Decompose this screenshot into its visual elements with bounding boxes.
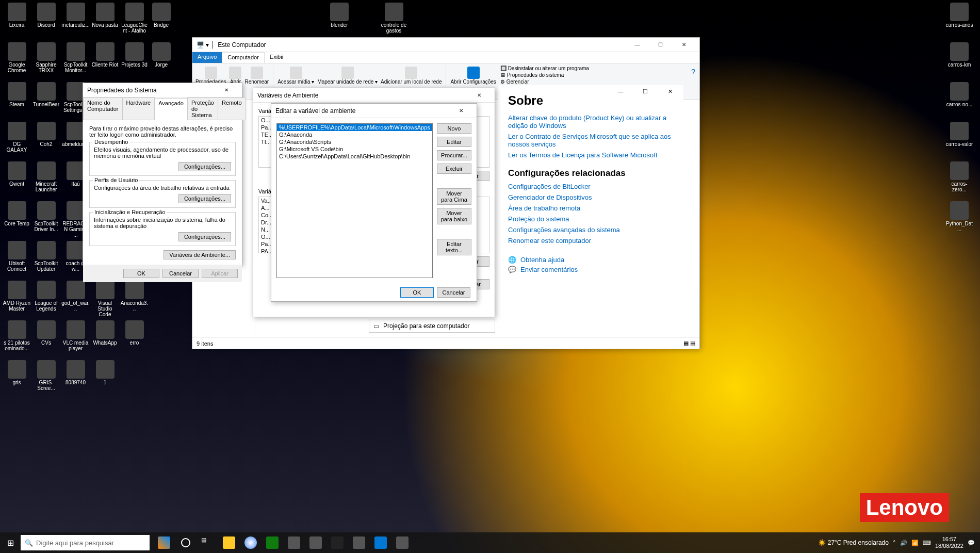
tab-computador[interactable]: Computador <box>222 52 265 63</box>
task-taskview[interactable]: ▤ <box>197 532 218 553</box>
desktop-icon[interactable]: s 21 pilotos ominado... <box>3 320 31 359</box>
desktop-icon[interactable]: TunnelBear <box>32 82 60 121</box>
editenv-close[interactable]: ✕ <box>449 104 472 118</box>
desktop-icon[interactable]: Jorge <box>147 42 175 81</box>
settings-minimize[interactable]: — <box>610 88 631 95</box>
sysprops-tab[interactable]: Avançado <box>154 98 188 120</box>
task-item[interactable] <box>154 532 174 553</box>
profiles-config-button[interactable]: Configurações... <box>178 194 231 203</box>
desktop-icon[interactable]: Projetos 3d <box>120 42 149 81</box>
editenv-mover-baixo[interactable]: Mover para baixo <box>437 208 471 224</box>
desktop-icon[interactable]: Cliente Riot <box>91 42 119 81</box>
desktop-icon[interactable]: Lixeira <box>3 3 31 41</box>
task-xbox[interactable] <box>262 532 283 553</box>
task-app2[interactable] <box>305 532 326 553</box>
editenv-procurar[interactable]: Procurar... <box>437 150 471 160</box>
task-cortana[interactable] <box>175 532 196 553</box>
desktop-icon[interactable]: god_of_war... <box>61 281 90 319</box>
desktop-icon[interactable]: CVs <box>32 320 60 359</box>
settings-link[interactable]: Ler os Termos de Licença para Software M… <box>508 151 673 159</box>
weather-widget[interactable]: ☀️ 27°C Pred ensolarado <box>818 539 889 546</box>
desktop-icon[interactable]: AMD Ryzen Master <box>3 281 31 319</box>
desktop-icon[interactable]: erro <box>120 320 149 359</box>
settings-close[interactable]: ✕ <box>660 88 680 95</box>
settings-link[interactable]: Ler o Contrato de Serviços Microsoft que… <box>508 133 673 148</box>
desktop-icon[interactable]: Google Chrome <box>3 42 31 81</box>
task-explorer[interactable] <box>219 532 239 553</box>
editenv-novo[interactable]: Novo <box>437 123 471 134</box>
desktop-icon[interactable]: Gwent <box>3 161 31 200</box>
path-item[interactable]: C:\Users\Guntzel\AppData\Local\GitHubDes… <box>277 153 432 160</box>
desktop-icon[interactable]: carros-anos <box>944 3 975 41</box>
sysprops-tab[interactable]: Nome do Computador <box>83 97 123 120</box>
desktop-icon[interactable]: ScpToolkit Updater <box>32 241 60 280</box>
sysprops-cancel[interactable]: Cancelar <box>162 269 199 278</box>
desktop-icon[interactable]: Python_Dat... <box>944 201 975 240</box>
desktop-icon[interactable]: GRIS-Scree... <box>32 360 60 399</box>
desktop-icon[interactable]: ScpToolkit Monitor... <box>61 42 90 81</box>
startup-config-button[interactable]: Configurações... <box>178 232 231 241</box>
task-settings[interactable] <box>370 532 391 553</box>
path-item[interactable]: %USERPROFILE%\AppData\Local\Microsoft\Wi… <box>277 124 432 131</box>
tab-arquivo[interactable]: Arquivo <box>192 52 222 63</box>
taskbar-search[interactable]: 🔍 Digite aqui para pesquisar <box>21 535 150 550</box>
task-chrome[interactable] <box>240 532 261 553</box>
desktop-icon[interactable]: controle de gastos <box>380 3 408 34</box>
desktop-icon[interactable]: gris <box>3 360 31 399</box>
taskbar-clock[interactable]: 16:57 18/08/2022 <box>935 536 963 549</box>
related-link[interactable]: Configurações avançadas do sistema <box>508 226 673 234</box>
desktop-icon[interactable]: metarealiz... <box>61 3 90 41</box>
start-button[interactable]: ⊞ <box>0 532 21 553</box>
related-link[interactable]: Área de trabalho remota <box>508 204 673 212</box>
desktop-icon[interactable]: VLC media player <box>61 320 90 359</box>
path-list[interactable]: %USERPROFILE%\AppData\Local\Microsoft\Wi… <box>276 123 433 278</box>
desktop-icon[interactable]: ScpToolkit Driver In... <box>32 201 60 240</box>
desktop-icon[interactable]: LeagueClient - Atalho <box>120 3 149 41</box>
desktop-icon[interactable]: Discord <box>32 3 60 41</box>
maximize-button[interactable]: ☐ <box>649 38 672 52</box>
editenv-excluir[interactable]: Excluir <box>437 164 471 174</box>
explorer-titlebar[interactable]: 🖥️ ▾ │ Este Computador — ☐ ✕ <box>192 38 699 52</box>
task-app4[interactable] <box>392 532 413 553</box>
tab-exibir[interactable]: Exibir <box>265 52 289 63</box>
desktop-icon[interactable]: League of Legends <box>32 281 60 319</box>
desktop-icon[interactable]: 8089740 <box>61 360 90 399</box>
feedback-link[interactable]: 💬Enviar comentários <box>508 266 673 273</box>
desktop-icon[interactable]: Core Temp <box>3 201 31 240</box>
envvars-button[interactable]: Variáveis de Ambiente... <box>164 250 236 259</box>
desktop-icon[interactable]: Nova pasta <box>91 3 119 41</box>
desktop-icon[interactable]: Sapphire TRIXX <box>32 42 60 81</box>
desktop-icon[interactable]: Steam <box>3 82 31 121</box>
desktop-icon[interactable]: carros-no... <box>944 82 975 121</box>
sysprops-close[interactable]: ✕ <box>215 83 238 97</box>
desktop-icon[interactable]: blender <box>330 3 349 34</box>
ribbon-gerenciar[interactable]: ⚙ Gerenciar <box>500 79 589 85</box>
desktop-icon[interactable]: Anaconda3... <box>120 281 149 319</box>
help-icon[interactable]: ? <box>689 66 697 97</box>
related-link[interactable]: Renomear este computador <box>508 237 673 245</box>
editenv-editar[interactable]: Editar <box>437 137 471 147</box>
tray-lang-icon[interactable]: ⌨ <box>923 540 931 546</box>
task-app3[interactable] <box>349 532 369 553</box>
notifications-icon[interactable]: 💬 <box>968 540 975 546</box>
sysprops-tab[interactable]: Hardware <box>122 97 155 120</box>
related-link[interactable]: Proteção do sistema <box>508 215 673 223</box>
desktop-icon[interactable]: 1 <box>91 360 119 399</box>
desktop-icon[interactable]: Coh2 <box>32 122 60 160</box>
path-item[interactable]: G:\Microsoft VS Code\bin <box>277 145 432 153</box>
desktop-icon[interactable]: OG GALAXY <box>3 122 31 160</box>
perf-config-button[interactable]: Configurações... <box>178 162 231 171</box>
sysprops-tab[interactable]: Remoto <box>218 97 246 120</box>
help-link[interactable]: 🌐Obtenha ajuda <box>508 256 673 264</box>
related-link[interactable]: Configurações de BitLocker <box>508 183 673 190</box>
editenv-ok[interactable]: OK <box>400 287 434 298</box>
tray-wifi-icon[interactable]: 📶 <box>911 540 919 546</box>
desktop-icon[interactable]: Visual Studio Code <box>91 281 119 319</box>
desktop-icon[interactable]: carros-zero... <box>944 161 975 200</box>
envvars-titlebar[interactable]: Variáveis de Ambiente ✕ <box>253 88 495 103</box>
view-icons[interactable]: ▦ ▤ <box>683 340 695 347</box>
projection-bar[interactable]: ▭ Projeção para este computador <box>369 319 495 333</box>
desktop-icon[interactable]: Ubisoft Connect <box>3 241 31 280</box>
tray-sound-icon[interactable]: 🔊 <box>900 540 907 546</box>
ribbon-props-sistema[interactable]: 🖥 Propriedades do sistema <box>500 72 589 78</box>
